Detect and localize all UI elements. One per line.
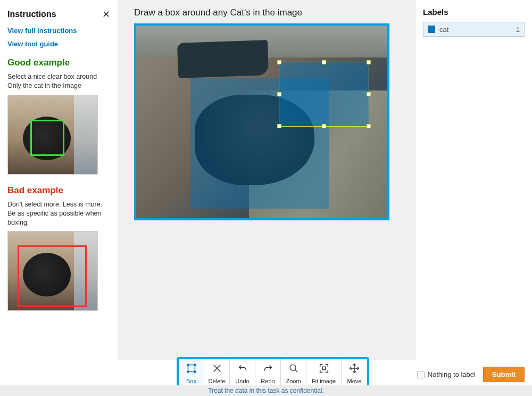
footer: Box Delete Undo Redo Zoom [0,360,532,396]
good-example-heading: Good example [7,57,110,68]
tool-fit-label: Fit image [312,378,336,384]
svg-rect-9 [322,367,326,370]
svg-rect-0 [188,365,195,372]
nothing-to-label-checkbox[interactable]: Nothing to label [417,370,476,378]
tool-move[interactable]: Move [342,359,367,387]
checkbox-icon [417,371,425,378]
resize-handle-e[interactable] [367,92,371,96]
fit-image-icon [318,362,330,376]
svg-point-7 [290,365,296,370]
label-name: cat [439,26,516,34]
labels-pane: Labels cat 1 [415,0,532,360]
good-example-desc: Select a nice clear box around Only the … [7,72,110,90]
task-title: Draw a box around any Cat's in the image [134,7,405,18]
bad-example-desc: Don't select more. Less is more. Be as s… [7,200,110,227]
tool-zoom-label: Zoom [286,378,301,384]
svg-line-8 [295,369,297,372]
redo-icon [262,362,274,376]
instructions-title: Instructions [7,10,56,19]
labels-heading: Labels [423,7,525,16]
resize-handle-s[interactable] [322,124,326,128]
instructions-sidebar: Instructions ✕ View full instructions Vi… [0,0,118,360]
close-icon[interactable]: ✕ [102,9,110,20]
label-row-cat[interactable]: cat 1 [423,22,525,37]
view-full-instructions-link[interactable]: View full instructions [7,27,110,35]
tool-redo[interactable]: Redo [255,359,281,387]
toolbox: Box Delete Undo Redo Zoom [177,357,369,389]
resize-handle-se[interactable] [367,124,371,128]
tool-delete-label: Delete [209,378,226,384]
tool-move-label: Move [347,378,362,384]
tool-undo[interactable]: Undo [230,359,255,387]
resize-handle-n[interactable] [322,60,326,64]
nothing-to-label-text: Nothing to label [428,370,476,378]
resize-handle-w[interactable] [277,92,281,96]
delete-icon [211,362,223,376]
box-icon [186,362,197,376]
move-icon [348,362,360,376]
tool-fit-image[interactable]: Fit image [306,359,342,387]
bounding-box-selected[interactable] [279,62,369,127]
bad-example-heading: Bad example [7,185,110,196]
tool-box-label: Box [186,378,196,384]
tool-redo-label: Redo [261,378,275,384]
zoom-icon [288,362,300,376]
tool-undo-label: Undo [235,378,249,384]
undo-icon [237,362,248,376]
annotation-canvas-pane: Draw a box around any Cat's in the image [118,0,415,360]
confidential-banner: Treat the data in this task as confident… [0,385,532,396]
tool-delete[interactable]: Delete [204,359,230,387]
tool-box[interactable]: Box [179,359,204,387]
bad-example-image [7,231,98,311]
view-tool-guide-link[interactable]: View tool guide [7,40,110,48]
image-stage[interactable] [134,23,389,220]
resize-handle-ne[interactable] [367,60,371,64]
resize-handle-nw[interactable] [277,60,281,64]
label-shortcut: 1 [516,26,520,34]
submit-button[interactable]: Submit [483,367,525,382]
good-example-image [7,95,98,175]
label-color-swatch [428,26,435,33]
tool-zoom[interactable]: Zoom [281,359,306,387]
resize-handle-sw[interactable] [277,124,281,128]
